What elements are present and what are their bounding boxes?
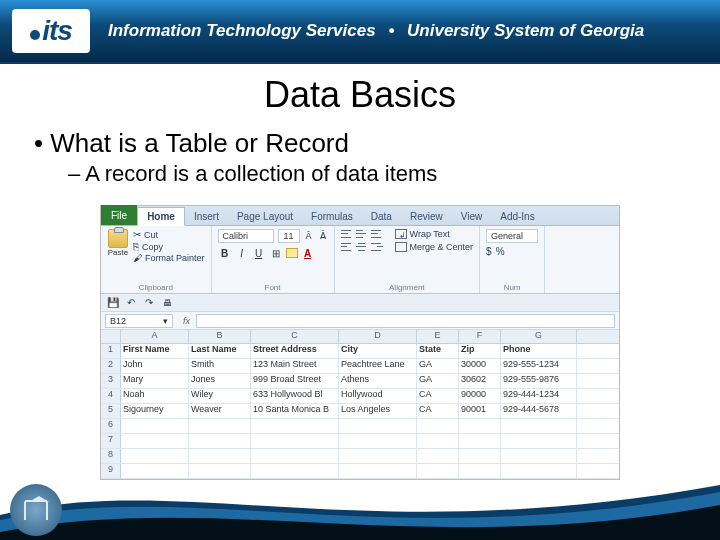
percent-button[interactable]: % xyxy=(496,246,505,257)
align-middle-button[interactable] xyxy=(356,229,368,239)
cell[interactable] xyxy=(121,449,189,463)
cell[interactable]: Noah xyxy=(121,389,189,403)
cell[interactable]: Smith xyxy=(189,359,251,373)
cell[interactable] xyxy=(189,419,251,433)
tab-view[interactable]: View xyxy=(452,208,492,225)
cell[interactable]: 90001 xyxy=(459,404,501,418)
grow-font-button[interactable]: Â xyxy=(304,231,314,241)
border-button[interactable]: ⊞ xyxy=(269,246,283,260)
wrap-text-button[interactable]: Wrap Text xyxy=(395,229,450,239)
cell[interactable] xyxy=(417,449,459,463)
align-bottom-button[interactable] xyxy=(371,229,383,239)
font-name-select[interactable]: Calibri xyxy=(218,229,274,243)
paste-button[interactable]: Paste xyxy=(107,229,129,257)
cell[interactable] xyxy=(459,449,501,463)
cell[interactable]: 929-555-9876 xyxy=(501,374,577,388)
cell[interactable]: 10 Santa Monica B xyxy=(251,404,339,418)
row-header[interactable]: 8 xyxy=(101,449,121,463)
cell[interactable]: 123 Main Street xyxy=(251,359,339,373)
row-header[interactable]: 3 xyxy=(101,374,121,388)
cell[interactable] xyxy=(339,449,417,463)
shrink-font-button[interactable]: Ǎ xyxy=(318,231,328,241)
cell[interactable] xyxy=(339,434,417,448)
cell[interactable]: City xyxy=(339,344,417,358)
fx-label[interactable]: fx xyxy=(177,316,196,326)
cell[interactable] xyxy=(501,449,577,463)
cell[interactable] xyxy=(189,464,251,478)
col-header-b[interactable]: B xyxy=(189,330,251,343)
select-all-corner[interactable] xyxy=(101,330,121,343)
cell[interactable]: GA xyxy=(417,359,459,373)
cell[interactable] xyxy=(501,464,577,478)
cell[interactable] xyxy=(459,434,501,448)
cell[interactable] xyxy=(251,434,339,448)
redo-button[interactable] xyxy=(143,297,155,309)
tab-page-layout[interactable]: Page Layout xyxy=(228,208,302,225)
fill-color-button[interactable] xyxy=(286,248,298,258)
cell[interactable]: Athens xyxy=(339,374,417,388)
cell[interactable]: First Name xyxy=(121,344,189,358)
merge-center-button[interactable]: Merge & Center xyxy=(395,242,474,252)
cell[interactable] xyxy=(121,464,189,478)
align-right-button[interactable] xyxy=(371,242,383,252)
cell[interactable] xyxy=(251,419,339,433)
print-button[interactable] xyxy=(161,297,173,309)
cell[interactable] xyxy=(251,449,339,463)
tab-file[interactable]: File xyxy=(101,205,137,225)
row-header[interactable]: 9 xyxy=(101,464,121,478)
tab-home[interactable]: Home xyxy=(137,207,185,226)
cell[interactable]: Peachtree Lane xyxy=(339,359,417,373)
row-header[interactable]: 2 xyxy=(101,359,121,373)
cell[interactable]: Wiley xyxy=(189,389,251,403)
cell[interactable]: Phone xyxy=(501,344,577,358)
cell[interactable] xyxy=(459,464,501,478)
row-header[interactable]: 5 xyxy=(101,404,121,418)
cell[interactable]: Hollywood xyxy=(339,389,417,403)
cell[interactable] xyxy=(417,419,459,433)
cell[interactable]: Sigourney xyxy=(121,404,189,418)
col-header-d[interactable]: D xyxy=(339,330,417,343)
tab-addins[interactable]: Add-Ins xyxy=(491,208,543,225)
tab-formulas[interactable]: Formulas xyxy=(302,208,362,225)
cell[interactable]: Zip xyxy=(459,344,501,358)
italic-button[interactable]: I xyxy=(235,246,249,260)
name-box[interactable]: B12▾ xyxy=(105,314,173,328)
font-color-button[interactable]: A xyxy=(301,246,315,260)
col-header-g[interactable]: G xyxy=(501,330,577,343)
row-header[interactable]: 7 xyxy=(101,434,121,448)
cell[interactable] xyxy=(417,464,459,478)
cell[interactable] xyxy=(339,464,417,478)
bold-button[interactable]: B xyxy=(218,246,232,260)
cell[interactable] xyxy=(189,434,251,448)
cell[interactable] xyxy=(459,419,501,433)
currency-button[interactable]: $ xyxy=(486,246,492,257)
save-button[interactable] xyxy=(107,297,119,309)
align-left-button[interactable] xyxy=(341,242,353,252)
cell[interactable]: 999 Broad Street xyxy=(251,374,339,388)
cell[interactable]: CA xyxy=(417,404,459,418)
tab-review[interactable]: Review xyxy=(401,208,452,225)
cell[interactable]: Weaver xyxy=(189,404,251,418)
cell[interactable]: 30602 xyxy=(459,374,501,388)
cell[interactable]: 90000 xyxy=(459,389,501,403)
cell[interactable]: Street Address xyxy=(251,344,339,358)
col-header-f[interactable]: F xyxy=(459,330,501,343)
cell[interactable] xyxy=(121,419,189,433)
cell[interactable]: 633 Hollywood Bl xyxy=(251,389,339,403)
tab-data[interactable]: Data xyxy=(362,208,401,225)
cell[interactable]: 929-444-5678 xyxy=(501,404,577,418)
cell[interactable]: Jones xyxy=(189,374,251,388)
cell[interactable] xyxy=(189,449,251,463)
number-format-select[interactable]: General xyxy=(486,229,538,243)
cell[interactable]: State xyxy=(417,344,459,358)
col-header-c[interactable]: C xyxy=(251,330,339,343)
cell[interactable]: Last Name xyxy=(189,344,251,358)
row-header[interactable]: 1 xyxy=(101,344,121,358)
cell[interactable]: Los Angeles xyxy=(339,404,417,418)
cell[interactable] xyxy=(121,434,189,448)
format-painter-button[interactable]: Format Painter xyxy=(133,253,205,263)
tab-insert[interactable]: Insert xyxy=(185,208,228,225)
col-header-e[interactable]: E xyxy=(417,330,459,343)
col-header-a[interactable]: A xyxy=(121,330,189,343)
cell[interactable] xyxy=(501,434,577,448)
